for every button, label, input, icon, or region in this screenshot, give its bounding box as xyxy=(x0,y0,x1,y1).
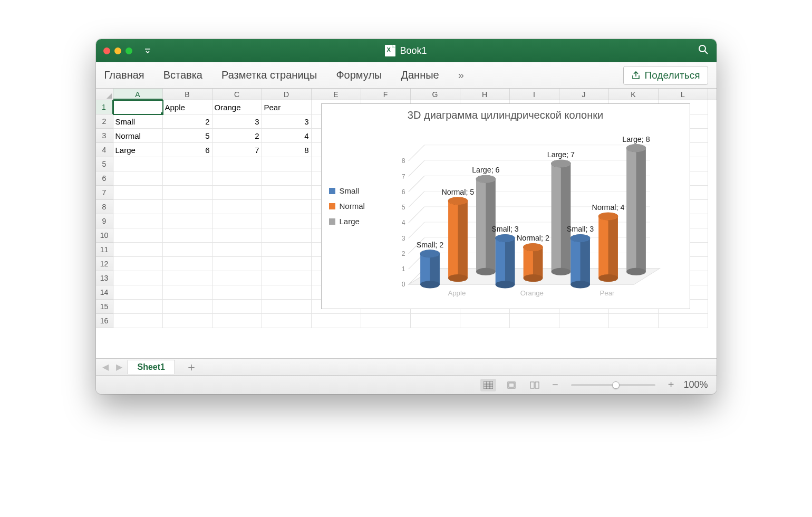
cell-E16[interactable] xyxy=(312,314,361,328)
cell-C9[interactable] xyxy=(212,214,262,228)
row-header-1[interactable]: 1 xyxy=(96,100,113,114)
cell-A12[interactable] xyxy=(113,257,163,271)
add-sheet-button[interactable]: ＋ xyxy=(178,359,205,375)
cell-D14[interactable] xyxy=(262,285,312,300)
row-header-7[interactable]: 7 xyxy=(96,186,113,200)
row-header-13[interactable]: 13 xyxy=(96,271,113,285)
cell-A11[interactable] xyxy=(113,243,163,257)
cell-D9[interactable] xyxy=(262,214,312,228)
cell-D7[interactable] xyxy=(262,186,312,200)
cell-C10[interactable] xyxy=(212,228,262,243)
cell-C2[interactable]: 3 xyxy=(212,114,262,129)
cell-A16[interactable] xyxy=(113,314,163,328)
zoom-in-button[interactable]: + xyxy=(666,379,676,391)
row-header-12[interactable]: 12 xyxy=(96,257,113,271)
cell-D13[interactable] xyxy=(262,271,312,285)
cell-A13[interactable] xyxy=(113,271,163,285)
col-header-K[interactable]: K xyxy=(609,89,659,100)
col-header-B[interactable]: B xyxy=(163,89,212,100)
cell-A3[interactable]: Normal xyxy=(113,129,163,143)
cell-C1[interactable]: Orange xyxy=(212,100,262,114)
row-header-9[interactable]: 9 xyxy=(96,214,113,228)
cell-C14[interactable] xyxy=(212,285,262,300)
cell-D16[interactable] xyxy=(262,314,312,328)
zoom-thumb[interactable] xyxy=(612,381,620,389)
cell-C7[interactable] xyxy=(212,186,262,200)
row-header-16[interactable]: 16 xyxy=(96,314,113,328)
cell-C13[interactable] xyxy=(212,271,262,285)
cell-B8[interactable] xyxy=(163,200,212,214)
cell-D1[interactable]: Pear xyxy=(262,100,312,114)
cell-C5[interactable] xyxy=(212,157,262,171)
cell-C6[interactable] xyxy=(212,171,262,186)
view-normal-button[interactable] xyxy=(480,379,496,391)
col-header-C[interactable]: C xyxy=(212,89,262,100)
col-header-D[interactable]: D xyxy=(262,89,312,100)
chart-object[interactable]: 3D диаграмма цилиндрической колонки Smal… xyxy=(321,103,690,309)
sheet-nav-next[interactable]: ▶ xyxy=(114,362,124,372)
cell-B14[interactable] xyxy=(163,285,212,300)
cell-B12[interactable] xyxy=(163,257,212,271)
col-header-F[interactable]: F xyxy=(361,89,411,100)
share-button[interactable]: Поделиться xyxy=(623,66,708,85)
cell-B15[interactable] xyxy=(163,300,212,314)
cell-C15[interactable] xyxy=(212,300,262,314)
cell-J16[interactable] xyxy=(559,314,609,328)
zoom-slider[interactable] xyxy=(571,384,655,386)
cell-A4[interactable]: Large xyxy=(113,143,163,157)
col-header-A[interactable]: A xyxy=(113,89,163,100)
sheet-nav-prev[interactable]: ◀ xyxy=(100,362,111,372)
cell-D12[interactable] xyxy=(262,257,312,271)
row-header-10[interactable]: 10 xyxy=(96,228,113,243)
cell-A14[interactable] xyxy=(113,285,163,300)
cell-B1[interactable]: Apple xyxy=(163,100,212,114)
col-header-L[interactable]: L xyxy=(659,89,708,100)
cell-B16[interactable] xyxy=(163,314,212,328)
cell-D4[interactable]: 8 xyxy=(262,143,312,157)
quick-access-menu[interactable] xyxy=(142,45,153,56)
sheet-tab-active[interactable]: Sheet1 xyxy=(128,360,175,374)
tab-formulas[interactable]: Формулы xyxy=(336,69,382,81)
cell-C4[interactable]: 7 xyxy=(212,143,262,157)
cell-B6[interactable] xyxy=(163,171,212,186)
row-header-8[interactable]: 8 xyxy=(96,200,113,214)
tab-page-layout[interactable]: Разметка страницы xyxy=(221,69,317,81)
row-header-14[interactable]: 14 xyxy=(96,285,113,300)
cell-B7[interactable] xyxy=(163,186,212,200)
cell-B13[interactable] xyxy=(163,271,212,285)
cell-B4[interactable]: 6 xyxy=(163,143,212,157)
cell-D5[interactable] xyxy=(262,157,312,171)
row-header-11[interactable]: 11 xyxy=(96,243,113,257)
close-window-button[interactable] xyxy=(103,47,110,54)
cell-D10[interactable] xyxy=(262,228,312,243)
view-page-layout-button[interactable] xyxy=(504,379,519,391)
cell-B10[interactable] xyxy=(163,228,212,243)
cell-C11[interactable] xyxy=(212,243,262,257)
tab-insert[interactable]: Вставка xyxy=(163,69,202,81)
cell-A9[interactable] xyxy=(113,214,163,228)
cell-K16[interactable] xyxy=(609,314,659,328)
cell-A10[interactable] xyxy=(113,228,163,243)
cell-C8[interactable] xyxy=(212,200,262,214)
cell-G16[interactable] xyxy=(411,314,460,328)
cell-B9[interactable] xyxy=(163,214,212,228)
row-header-4[interactable]: 4 xyxy=(96,143,113,157)
cell-C3[interactable]: 2 xyxy=(212,129,262,143)
cell-B3[interactable]: 5 xyxy=(163,129,212,143)
select-all-corner[interactable] xyxy=(96,89,113,100)
cell-B11[interactable] xyxy=(163,243,212,257)
grid-body[interactable]: 1AppleOrangePear2Small2333Normal5244Larg… xyxy=(96,100,717,358)
cell-L16[interactable] xyxy=(659,314,708,328)
cell-A8[interactable] xyxy=(113,200,163,214)
zoom-out-button[interactable]: − xyxy=(550,379,560,391)
cell-H16[interactable] xyxy=(460,314,510,328)
cell-C12[interactable] xyxy=(212,257,262,271)
col-header-H[interactable]: H xyxy=(460,89,510,100)
tab-home[interactable]: Главная xyxy=(104,69,144,81)
tab-data[interactable]: Данные xyxy=(401,69,439,81)
row-header-6[interactable]: 6 xyxy=(96,171,113,186)
row-header-2[interactable]: 2 xyxy=(96,114,113,129)
cell-B2[interactable]: 2 xyxy=(163,114,212,129)
col-header-E[interactable]: E xyxy=(312,89,361,100)
row-header-15[interactable]: 15 xyxy=(96,300,113,314)
